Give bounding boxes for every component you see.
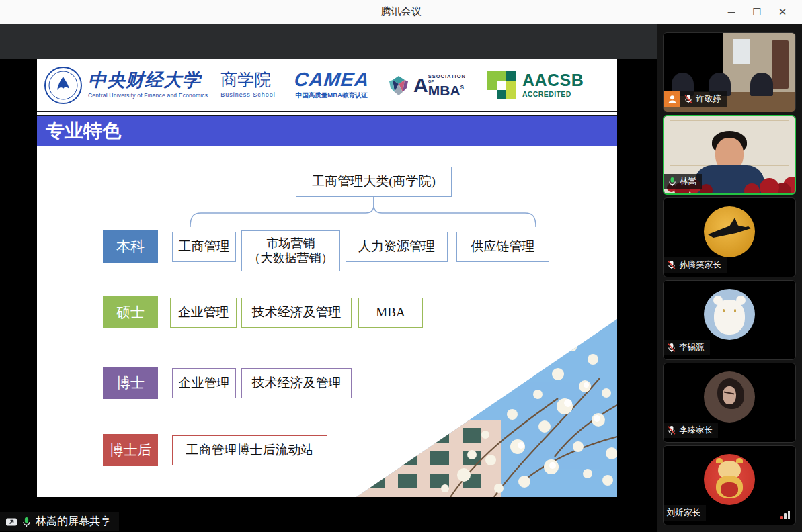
aacsb-squares-icon [486, 70, 517, 101]
screen-share-indicator: 林嵩的屏幕共享 [0, 512, 119, 531]
level-label-postdoc: 博士后 [103, 434, 158, 466]
cufe-seal-icon [44, 66, 83, 105]
chart-node: 工商管理 [172, 232, 236, 262]
participant-badge: 林嵩 [664, 174, 702, 189]
window-title: 腾讯会议 [381, 5, 422, 18]
cufe-logo-text: 中央财经大学 Central University of Finance and… [88, 71, 276, 99]
participant-badge: 许敬婷 [664, 91, 727, 107]
chart-node: 技术经济及管理 [241, 298, 352, 328]
chart-node-label: 工商管理博士后流动站 [186, 443, 314, 458]
participant-name: 李臻家长 [679, 425, 713, 436]
portrait-illustration-avatar [704, 371, 755, 423]
minimize-button[interactable]: ─ [719, 0, 744, 24]
participants-sidebar: 许敬婷 林嵩 [657, 24, 802, 532]
stage-top-strip [0, 24, 657, 59]
room-door [772, 40, 789, 89]
chart-node: MBA [358, 298, 423, 328]
shared-screen-stage: 中央财经大学 Central University of Finance and… [0, 24, 657, 532]
chart-node-label: MBA [376, 305, 405, 320]
slide-section-banner: 专业特色 [37, 115, 617, 146]
host-role-icon [664, 91, 680, 107]
chart-node: 供应链管理 [456, 232, 549, 262]
participant-name: 孙腾笑家长 [679, 259, 721, 271]
level-label-doctoral: 博士 [103, 367, 158, 399]
chart-node-label: 供应链管理 [471, 239, 535, 255]
chart-node: 人力资源管理 [346, 232, 448, 262]
mic-on-icon [22, 517, 32, 527]
window-titlebar: 腾讯会议 ─ ☐ ✕ [0, 0, 802, 24]
aacsb-subtitle: ACCREDITED [522, 90, 584, 98]
mic-muted-icon [684, 94, 693, 104]
participant-tile-lixiyuan[interactable]: 李锡源 [663, 280, 796, 360]
aacsb-title: AACSB [522, 72, 584, 89]
mic-on-icon [668, 177, 677, 187]
participant-badge: 李臻家长 [664, 423, 718, 438]
mic-muted-icon [667, 260, 676, 270]
bear-eye [734, 309, 736, 312]
participant-badge: 刘炘家长 [664, 505, 706, 521]
ox-pouch [721, 482, 738, 497]
screen-share-label: 林嵩的屏幕共享 [36, 515, 111, 529]
room-person [750, 73, 772, 96]
presentation-slide: 中央财经大学 Central University of Finance and… [37, 59, 617, 497]
participant-name: 李锡源 [679, 342, 705, 353]
level-label-master: 硕士 [103, 296, 158, 328]
slide-section-title: 专业特色 [37, 118, 121, 144]
camea-logo: CAMEA 中国高质量MBA教育认证 [294, 70, 369, 100]
amba-s: s [460, 83, 465, 91]
participant-badge: 孙腾笑家长 [664, 257, 727, 273]
chart-node-label: 技术经济及管理 [252, 375, 342, 391]
chart-node-label: 企业管理 [178, 305, 229, 320]
participant-tile-lizhen[interactable]: 李臻家长 [663, 363, 796, 443]
white-bear-avatar [704, 289, 755, 340]
participant-name: 刘炘家长 [667, 507, 700, 519]
level-label-undergraduate: 本科 [103, 230, 158, 263]
amba-letter-a: A [413, 76, 428, 94]
chart-node-label: 技术经济及管理 [252, 305, 342, 320]
close-button[interactable]: ✕ [770, 0, 795, 24]
mic-muted-icon [667, 343, 676, 353]
chart-root-node: 工商管理大类(商学院) [296, 167, 452, 197]
participant-badge: 李锡源 [664, 340, 710, 355]
golden-ox-avatar [704, 454, 755, 505]
portrait-face [723, 386, 736, 404]
participant-name: 林嵩 [680, 176, 696, 187]
cufe-name-cn: 中央财经大学 [88, 71, 208, 89]
amba-mba: MBA [428, 83, 460, 97]
chart-node: 企业管理 [170, 298, 237, 328]
chart-node-label: 工商管理 [179, 239, 230, 255]
chart-node: 企业管理 [172, 368, 236, 398]
participant-tile-liuxin[interactable]: 刘炘家长 [663, 445, 796, 525]
participant-name: 许敬婷 [696, 93, 721, 105]
slide-logo-bar: 中央财经大学 Central University of Finance and… [37, 59, 617, 112]
jet-on-moon-avatar [704, 206, 755, 257]
participant-tile-suntengxiao[interactable]: 孙腾笑家长 [663, 197, 796, 277]
chart-node-label: 人力资源管理 [358, 239, 435, 255]
participant-tile-xujingting[interactable]: 许敬婷 [663, 32, 796, 112]
cufe-school-cn: 商学院 [220, 71, 276, 88]
chart-connector-bracket [185, 197, 541, 228]
participant-tile-linsong[interactable]: 林嵩 [663, 115, 796, 195]
maximize-button[interactable]: ☐ [744, 0, 770, 24]
screen-share-icon [5, 516, 17, 528]
speaker-shirt [694, 165, 764, 193]
level-text: 硕士 [116, 303, 145, 322]
camea-title: CAMEA [293, 70, 370, 89]
chart-node: 市场营销 （大数据营销） [241, 230, 340, 271]
bear-body [714, 300, 745, 335]
chart-node: 技术经济及管理 [241, 368, 352, 398]
room-poster [733, 39, 750, 64]
magnolia-photo-decoration [356, 319, 617, 497]
chart-node-label: 市场营销 [267, 236, 315, 251]
amba-diamond-icon [387, 75, 411, 96]
level-text: 博士后 [110, 441, 152, 459]
aacsb-logo: AACSB ACCREDITED [486, 70, 584, 101]
chart-node: 工商管理博士后流动站 [172, 435, 327, 466]
camea-subtitle: 中国高质量MBA教育认证 [296, 91, 368, 100]
cufe-divider [214, 71, 214, 99]
cufe-name-en: Central University of Finance and Econom… [88, 92, 208, 99]
chart-root-label: 工商管理大类(商学院) [312, 174, 436, 189]
bear-eye [723, 309, 725, 312]
level-text: 博士 [116, 373, 145, 392]
level-text: 本科 [116, 237, 145, 256]
